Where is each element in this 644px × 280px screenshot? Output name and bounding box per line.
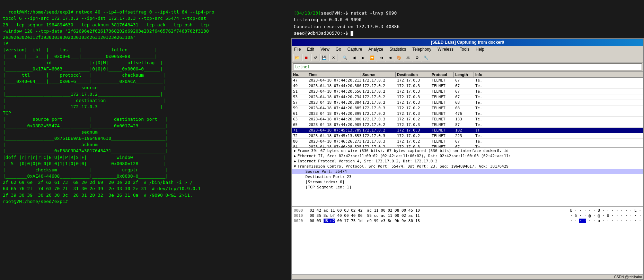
detail-tcp[interactable]: ▼Transmission Control Protocol, Src Port… xyxy=(292,164,643,169)
toolbar-close-btn[interactable]: ✕ xyxy=(329,54,337,61)
pkt-len: 68 xyxy=(454,100,474,105)
pkt-dst: 172.17.0.2 xyxy=(396,139,430,144)
packet-row[interactable]: 63 2023-04-18 07:44:20.9002... 172.17.0.… xyxy=(292,117,643,122)
detail-frame[interactable]: ▶Frame 39: 67 bytes on wire (536 bits), … xyxy=(292,148,643,153)
pkt-no: 71 xyxy=(292,128,307,133)
menu-edit[interactable]: Edit xyxy=(306,46,315,52)
col-time: Time xyxy=(307,72,361,77)
packet-row[interactable]: 53 2023-04-18 07:44:20.7348... 172.17.0.… xyxy=(292,94,643,100)
packet-row[interactable]: 71 2023-04-18 07:45:13.7895... 172.17.0.… xyxy=(292,128,643,133)
pkt-time: 2023-04-18 07:44:20.3803... xyxy=(307,83,361,88)
toolbar-jump-btn[interactable]: ⏩ xyxy=(368,54,376,61)
pkt-len: 67 xyxy=(454,89,474,94)
pkt-no: 61 xyxy=(292,111,307,116)
toolbar-search-btn[interactable]: 🔍 xyxy=(341,54,349,61)
packet-row[interactable]: 65 2023-04-18 07:44:20.9052... 172.17.0.… xyxy=(292,122,643,128)
top-terminal: [04/18/23]seed@VM:~$ netcat -lnvp 9090 L… xyxy=(291,0,644,38)
pkt-info: Te. xyxy=(474,144,643,148)
pkt-time: 2023-04-18 07:44:20.8845... xyxy=(307,100,361,105)
menu-statistics[interactable]: Statistics xyxy=(388,46,407,52)
toolbar-forward-btn[interactable]: ▶ xyxy=(359,54,367,61)
top-terminal-line4: seed@9db43ad30570:~$ xyxy=(294,31,353,36)
menu-wireless[interactable]: Wireless xyxy=(436,46,455,52)
col-info: Info xyxy=(474,72,643,77)
pkt-proto: TELNET xyxy=(430,89,454,94)
toolbar-stop-btn[interactable]: ■ xyxy=(302,54,310,61)
hex-row-2: 0020 00 03 d8 d2 00 17 75 1d e9 99 e3 8c… xyxy=(294,218,641,223)
packet-row[interactable]: 57 2023-04-18 07:44:20.8845... 172.17.0.… xyxy=(292,100,643,105)
toolbar-color-btn[interactable]: 🎨 xyxy=(395,54,403,61)
pkt-info: Te. xyxy=(474,117,643,122)
col-source: Source xyxy=(361,72,396,77)
menu-analyze[interactable]: Analyze xyxy=(368,46,385,52)
pkt-info: Te. xyxy=(474,139,643,144)
pkt-no: 59 xyxy=(292,105,307,111)
pkt-time: 2023-04-18 07:44:20.7348... xyxy=(307,94,361,100)
pkt-src: 172.17.0.3 xyxy=(361,133,396,138)
pkt-info: Te. xyxy=(474,94,643,100)
detail-ethernet[interactable]: ▶Ethernet II, Src: 02:42:ac:11:00:02 (02… xyxy=(292,153,643,159)
pkt-proto: TELNET xyxy=(430,100,454,105)
pkt-src: 172.17.0.3 xyxy=(361,117,396,122)
pkt-no: 49 xyxy=(292,83,307,88)
statusbar-text: CSDN @rebibabo xyxy=(614,275,642,279)
filter-input[interactable] xyxy=(293,63,642,70)
pkt-info: Te. xyxy=(474,105,643,111)
packet-row[interactable]: 72 2023-04-18 07:45:13.8532... 172.17.0.… xyxy=(292,133,643,139)
pkt-time: 2023-04-18 07:44:20.9052... xyxy=(307,122,361,127)
toolbar-back-btn[interactable]: ◀ xyxy=(350,54,358,61)
pkt-src: 172.17.0.2 xyxy=(361,78,396,83)
pkt-time: 2023-04-18 07:45:13.8532... xyxy=(307,133,361,138)
pkt-proto: TELNET xyxy=(430,139,454,144)
pkt-time: 2023-04-18 07:44:20.8998... xyxy=(307,111,361,116)
toolbar-options-btn[interactable]: ⚙ xyxy=(413,54,421,61)
pkt-info: Te. xyxy=(474,100,643,105)
pkt-time: 2023-04-18 07:44:20.8850... xyxy=(307,105,361,111)
toolbar-restart-btn[interactable]: ↺ xyxy=(311,54,319,61)
menu-tools[interactable]: Tools xyxy=(459,46,470,52)
pkt-src: 172.17.0.2 xyxy=(361,83,396,88)
menu-capture[interactable]: Capture xyxy=(346,46,363,52)
packet-row[interactable]: 49 2023-04-18 07:44:20.3803... 172.17.0.… xyxy=(292,83,643,89)
menu-help[interactable]: Help xyxy=(475,46,485,52)
pkt-proto: TELNET xyxy=(430,133,454,138)
col-no: No. xyxy=(292,72,307,77)
menu-view[interactable]: View xyxy=(319,46,330,52)
pkt-len: 223 xyxy=(454,133,474,138)
packet-row[interactable]: 61 2023-04-18 07:44:20.8998... 172.17.0.… xyxy=(292,111,643,117)
packet-row[interactable]: 47 2023-04-18 07:44:20.2137... 172.17.0.… xyxy=(292,78,643,83)
toolbar-prefs-btn[interactable]: 🔧 xyxy=(422,54,430,61)
packet-row[interactable]: 51 2023-04-18 07:44:20.5561... 172.17.0.… xyxy=(292,89,643,94)
toolbar-save-btn[interactable]: 💾 xyxy=(320,54,328,61)
pkt-no: 72 xyxy=(292,133,307,138)
pkt-src: 172.17.0.2 xyxy=(361,122,396,127)
pkt-proto: TELNET xyxy=(430,83,454,88)
pkt-no: 47 xyxy=(292,78,307,83)
toolbar-resize-btn[interactable]: ⚖ xyxy=(404,54,412,61)
detail-src-port[interactable]: Source Port: 55474 xyxy=(292,169,643,174)
pkt-info: Te. xyxy=(474,89,643,94)
pkt-dst: 172.17.0.2 xyxy=(396,105,430,111)
toolbar-last-btn[interactable]: ⏭ xyxy=(386,54,394,61)
pkt-proto: TELNET xyxy=(430,117,454,122)
detail-ip[interactable]: ▶Internet Protocol Version 4, Src: 172.1… xyxy=(292,159,643,164)
detail-stream[interactable]: [Stream index: 0] xyxy=(292,179,643,185)
detail-seg-len[interactable]: [TCP Segment Len: 1] xyxy=(292,185,643,190)
col-len: Length xyxy=(454,72,474,77)
toolbar-open-btn[interactable]: 📂 xyxy=(293,54,301,61)
packet-list[interactable]: No. Time Source Destination Protocol Len… xyxy=(292,72,643,148)
menu-go[interactable]: Go xyxy=(335,46,342,52)
menu-telephony[interactable]: Telephony xyxy=(411,46,432,52)
detail-dst-port[interactable]: Destination Port: 23 xyxy=(292,174,643,179)
pkt-no: 53 xyxy=(292,94,307,100)
packet-row[interactable]: 80 2023-04-18 07:46:26.2736... 172.17.0.… xyxy=(292,139,643,144)
packet-row[interactable]: 59 2023-04-18 07:44:20.8850... 172.17.0.… xyxy=(292,105,643,111)
col-proto: Protocol xyxy=(430,72,454,77)
menu-file[interactable]: File xyxy=(293,46,302,52)
wireshark-filter-bar xyxy=(292,62,643,72)
packet-details: ▶Frame 39: 67 bytes on wire (536 bits), … xyxy=(292,148,643,207)
pkt-len: 67 xyxy=(454,144,474,148)
hex-highlight: d8 d2 xyxy=(324,219,335,223)
packet-row[interactable]: 84 2023-04-18 07:46:28.5254... 172.17.0.… xyxy=(292,144,643,148)
toolbar-first-btn[interactable]: ⏮ xyxy=(377,54,385,61)
